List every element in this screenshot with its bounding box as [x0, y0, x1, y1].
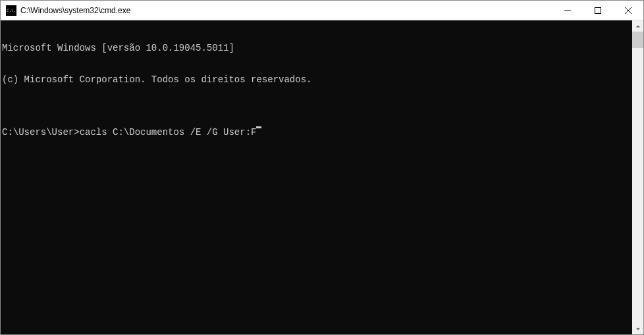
scroll-track[interactable]	[632, 32, 643, 323]
scrollbar[interactable]	[632, 20, 643, 334]
terminal[interactable]: Microsoft Windows [versão 10.0.19045.501…	[1, 20, 632, 334]
close-button[interactable]	[613, 1, 643, 20]
scroll-thumb[interactable]	[632, 32, 643, 48]
terminal-output-line: Microsoft Windows [versão 10.0.19045.501…	[2, 43, 632, 53]
window-controls	[552, 1, 643, 20]
cmd-icon-text: C:\.	[7, 9, 16, 13]
terminal-prompt: C:\Users\User>	[2, 127, 80, 138]
window-title: C:\Windows\system32\cmd.exe	[20, 6, 552, 15]
chevron-down-icon	[635, 326, 641, 332]
cmd-icon: C:\.	[6, 5, 16, 16]
close-icon	[625, 7, 631, 14]
svg-rect-1	[595, 7, 601, 13]
terminal-command: cacls C:\Documentos /E /G User:F	[80, 127, 257, 138]
scroll-down-button[interactable]	[632, 323, 643, 334]
terminal-container: Microsoft Windows [versão 10.0.19045.501…	[1, 20, 643, 334]
scroll-up-button[interactable]	[632, 20, 643, 32]
titlebar: C:\. C:\Windows\system32\cmd.exe	[1, 1, 643, 20]
maximize-button[interactable]	[583, 1, 613, 20]
minimize-button[interactable]	[552, 1, 583, 20]
terminal-cursor	[256, 126, 261, 128]
terminal-output-line: (c) Microsoft Corporation. Todos os dire…	[2, 74, 632, 85]
chevron-up-icon	[635, 24, 641, 29]
minimize-icon	[564, 7, 571, 14]
maximize-icon	[595, 7, 601, 14]
terminal-prompt-line: C:\Users\User>cacls C:\Documentos /E /G …	[2, 127, 632, 138]
